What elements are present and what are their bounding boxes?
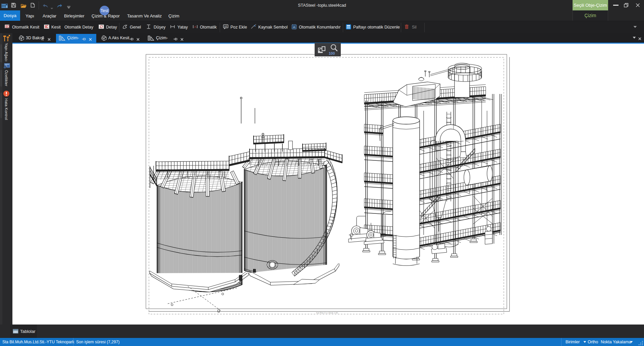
svg-text:Kat Plan 0 m Olcek 1:50: Kat Plan 0 m Olcek 1:50	[316, 312, 338, 314]
